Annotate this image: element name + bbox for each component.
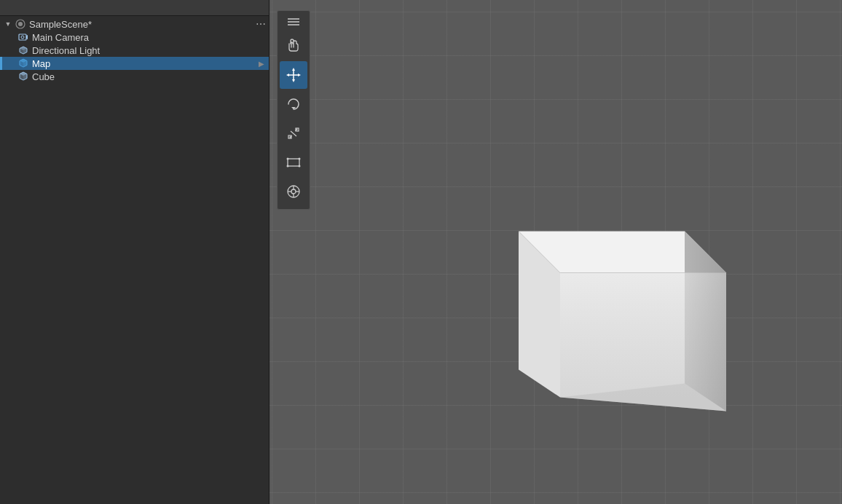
svg-marker-24: [286, 74, 289, 76]
main-camera-label: Main Camera: [32, 32, 89, 43]
hierarchy-item-main-camera[interactable]: Main Camera: [0, 31, 269, 44]
map-label: Map: [32, 58, 50, 69]
directional-light-label: Directional Light: [32, 45, 100, 56]
camera-icon: [17, 31, 29, 43]
svg-marker-48: [685, 232, 726, 412]
map-cube-icon: [17, 58, 29, 69]
tool-menu-icon[interactable]: [280, 14, 307, 30]
hierarchy-panel: ▼ SampleScene* ⋯: [0, 0, 269, 504]
hand-tool-button[interactable]: [280, 32, 307, 60]
hierarchy-item-directional-light[interactable]: Directional Light: [0, 44, 269, 57]
svg-point-1: [18, 22, 23, 26]
svg-marker-3: [26, 35, 28, 39]
map-children-arrow: ▶: [259, 60, 264, 68]
svg-point-36: [299, 165, 301, 168]
svg-rect-2: [19, 34, 26, 40]
hierarchy-item-map[interactable]: Map ▶: [0, 57, 269, 70]
tree-collapse-arrow[interactable]: ▼: [3, 19, 13, 29]
scene-context-menu[interactable]: ⋯: [256, 18, 266, 30]
cube-label: Cube: [32, 71, 55, 82]
svg-rect-32: [288, 159, 299, 166]
hierarchy-item-cube[interactable]: Cube: [0, 70, 269, 83]
cube-icon: [17, 71, 29, 82]
scale-tool-button[interactable]: [280, 119, 307, 147]
viewport[interactable]: [269, 0, 842, 504]
3d-cube-object: [463, 169, 740, 446]
svg-point-35: [287, 165, 289, 168]
svg-marker-23: [292, 79, 295, 82]
svg-point-34: [299, 158, 301, 160]
scene-icon: [15, 18, 26, 30]
tool-palette: [277, 10, 310, 210]
scene-root-item[interactable]: ▼ SampleScene* ⋯: [0, 17, 269, 31]
hierarchy-content: ▼ SampleScene* ⋯: [0, 16, 269, 504]
hierarchy-header: [0, 0, 269, 16]
move-tool-button[interactable]: [280, 61, 307, 89]
rect-tool-button[interactable]: [280, 149, 307, 176]
rotate-tool-button[interactable]: [280, 90, 307, 118]
transform-tool-button[interactable]: [280, 178, 307, 205]
scene-name: SampleScene*: [29, 19, 92, 30]
svg-point-4: [21, 36, 24, 39]
light-icon: [17, 44, 29, 56]
svg-marker-22: [292, 68, 295, 71]
svg-point-38: [291, 189, 296, 194]
svg-point-33: [287, 158, 289, 160]
svg-marker-25: [298, 74, 301, 76]
